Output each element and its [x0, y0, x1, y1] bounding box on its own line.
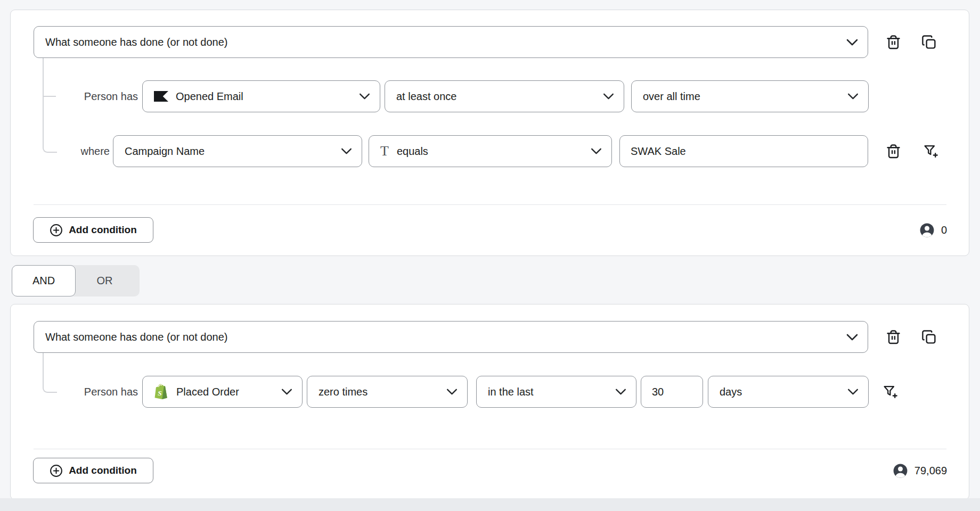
person-has-row: Person has Opened Email at least once ov… — [11, 80, 869, 112]
property-select[interactable]: Campaign Name — [113, 135, 362, 167]
metric-select[interactable]: S Placed Order — [142, 376, 303, 408]
condition-type-row: What someone has done (or not done) — [34, 321, 953, 353]
add-condition-button[interactable]: Add condition — [33, 458, 153, 483]
frequency-value: at least once — [396, 90, 456, 103]
trash-icon — [886, 329, 901, 345]
operator-select[interactable]: T equals — [369, 135, 612, 167]
range-select[interactable]: in the last — [476, 376, 636, 408]
chevron-down-icon — [846, 334, 858, 341]
frequency-value: zero times — [318, 386, 368, 398]
chevron-down-icon — [446, 389, 458, 395]
and-toggle-button[interactable]: AND — [12, 265, 76, 296]
profile-icon — [892, 463, 909, 479]
condition-type-row: What someone has done (or not done) — [34, 26, 953, 58]
copy-icon — [921, 329, 937, 345]
frequency-select[interactable]: zero times — [307, 376, 468, 408]
condition-type-value: What someone has done (or not done) — [45, 331, 227, 343]
divider — [34, 449, 946, 449]
svg-text:S: S — [158, 389, 162, 397]
add-condition-label: Add condition — [69, 224, 137, 236]
filter-plus-icon — [922, 143, 938, 159]
chevron-down-icon — [846, 39, 858, 46]
metric-value: Opened Email — [176, 90, 243, 103]
trash-icon — [886, 35, 901, 50]
person-has-label: Person has — [11, 386, 138, 398]
delete-group-button[interactable] — [883, 325, 904, 349]
metric-select[interactable]: Opened Email — [142, 80, 380, 112]
duplicate-group-button[interactable] — [918, 325, 940, 349]
profile-count-value: 79,069 — [914, 465, 947, 477]
chevron-down-icon — [591, 148, 602, 154]
bottom-strip — [0, 498, 980, 511]
chevron-down-icon — [281, 389, 292, 395]
trash-icon — [886, 144, 901, 159]
profile-count: 0 — [919, 217, 947, 243]
condition-type-value: What someone has done (or not done) — [45, 36, 227, 48]
add-filter-button[interactable] — [879, 380, 901, 403]
or-toggle-button[interactable]: OR — [70, 265, 140, 296]
condition-type-select[interactable]: What someone has done (or not done) — [34, 321, 868, 353]
boolean-operator-toggle: AND OR — [12, 265, 140, 296]
delete-condition-button[interactable] — [883, 139, 904, 163]
profile-icon — [919, 222, 935, 238]
add-condition-button[interactable]: Add condition — [33, 217, 153, 243]
chevron-down-icon — [341, 148, 352, 154]
divider — [34, 204, 946, 205]
chevron-down-icon — [847, 93, 859, 100]
klaviyo-flag-icon — [154, 91, 168, 102]
unit-value: days — [720, 386, 742, 398]
segment-builder: What someone has done (or not done) Pers… — [0, 0, 980, 511]
timeframe-select[interactable]: over all time — [631, 80, 869, 112]
plus-circle-icon — [50, 224, 63, 237]
value-input-wrap — [619, 135, 868, 167]
where-label: where — [11, 145, 110, 158]
add-condition-label: Add condition — [69, 465, 137, 476]
plus-circle-icon — [50, 464, 63, 477]
profile-count: 79,069 — [892, 458, 947, 483]
property-value: Campaign Name — [125, 145, 205, 158]
timeframe-value: over all time — [643, 90, 700, 103]
operator-value: equals — [397, 145, 428, 158]
value-input[interactable] — [620, 136, 868, 167]
chevron-down-icon — [603, 93, 614, 100]
amount-input-wrap — [641, 376, 703, 408]
person-has-row: Person has S Placed Order zero times — [11, 376, 901, 408]
text-type-icon: T — [380, 144, 389, 158]
profile-count-value: 0 — [941, 224, 947, 236]
add-filter-button[interactable] — [920, 139, 941, 163]
condition-type-select[interactable]: What someone has done (or not done) — [34, 26, 868, 58]
chevron-down-icon — [359, 93, 370, 100]
amount-input[interactable] — [641, 376, 703, 407]
range-value: in the last — [488, 386, 534, 398]
metric-value: Placed Order — [176, 386, 239, 398]
condition-group-1: What someone has done (or not done) Pers… — [10, 10, 969, 256]
unit-select[interactable]: days — [708, 376, 869, 408]
condition-group-2: What someone has done (or not done) Pers… — [10, 304, 969, 500]
chevron-down-icon — [615, 389, 626, 395]
delete-group-button[interactable] — [883, 30, 904, 54]
where-row: where Campaign Name T equals — [11, 135, 941, 167]
filter-plus-icon — [882, 384, 898, 400]
person-has-label: Person has — [11, 90, 138, 103]
shopify-icon: S — [154, 383, 169, 400]
frequency-select[interactable]: at least once — [385, 80, 624, 112]
copy-icon — [921, 35, 937, 50]
chevron-down-icon — [847, 389, 859, 395]
duplicate-group-button[interactable] — [918, 30, 940, 54]
